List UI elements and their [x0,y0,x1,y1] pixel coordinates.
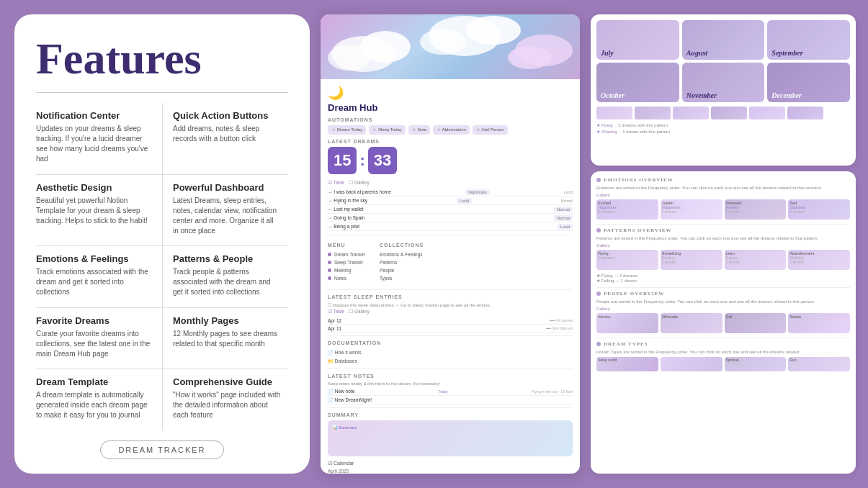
stat-row-1: ★ Flying 2 dreams with this pattern [596,122,850,127]
sleep-row-2: Apr 11 ⟵ Non data yet [328,325,573,333]
thumb-3 [673,107,709,119]
latest-dreams-label: LATEST DREAMS [328,139,573,144]
latest-notes-label: LATEST NOTES [328,374,573,379]
auto-btn-2[interactable]: ＋ Sleep Today [369,125,406,135]
nav-menu-right: COLLECTIONS Emotions & Feelings Patterns… [380,238,424,282]
em-1[interactable]: ExcitedHappiness2 dreams [596,199,658,220]
emotions-gallery: ExcitedHappiness2 dreams JupiterHappines… [596,199,850,220]
nav-menu-left: MENU Dream Tracker Sleep Tracker Meeting… [328,238,365,282]
pat-1[interactable]: Flying2 dreams [596,250,658,270]
svg-point-4 [466,16,521,45]
svg-point-2 [328,45,371,71]
sleep-entries-desc: ☐ Displays this week sleep entries → Go … [328,302,573,307]
svg-point-5 [420,29,466,55]
feature-patterns: Patterns & People Track people & pattern… [162,246,288,308]
per-1[interactable]: Adriana [596,313,658,333]
month-october[interactable]: October [596,63,679,102]
sep-analytics-3 [596,338,850,338]
people-section: PEOPLE OVERVIEW People are sorted in the… [596,291,850,333]
clock-separator: : [359,151,364,170]
sleep-row-1: Apr 12 ⟵ Fin games [328,317,573,325]
months-gallery [596,107,850,119]
dream-tracker-badge: DREAM TRACKER [100,440,223,459]
nav-notes[interactable]: Notes [328,274,365,282]
patterns-stats: ★ Flying — 2 dreams ★ Falling — 1 dream [596,273,850,283]
gallery-label-3: Gallery [596,307,850,311]
nav-dream-tracker[interactable]: Dream Tracker [328,250,365,258]
automations-label: AUTOMATIONS [328,117,573,122]
dt-1[interactable]: Setup world [596,357,658,371]
nav-sleep-tracker[interactable]: Sleep Tracker [328,258,365,266]
dream-row-2: → Flying in the sky Lucid Normal [328,196,573,205]
per-2[interactable]: Silhouette [661,313,722,333]
cal-header: ☑ Calendar [328,461,573,466]
nav-types[interactable]: Types [380,274,424,282]
note-row-1: 📄 New note Today Flying in the sky - 15 … [328,387,573,396]
separator-1 [328,235,573,235]
patterns-gallery: Flying2 dreams SomethingDestiny1 dream L… [596,250,850,270]
header-image [321,14,580,79]
dream-types-section: DREAM TYPES Dream Types are sorted in th… [596,341,850,371]
sep-analytics-2 [596,287,850,288]
month-september[interactable]: September [767,20,850,60]
card-footer: DREAM TRACKER [36,440,288,459]
automations-row: ＋ Dream Today ＋ Sleep Today ＋ Note ＋ Abb… [328,125,573,135]
dream-types-gallery: Setup world Spiritual Run [596,357,850,371]
pat-2[interactable]: SomethingDestiny1 dream [661,250,722,270]
feature-favorite-dreams: Favorite Dreams Curate your favorite dre… [36,308,162,370]
dt-4[interactable]: Run [788,357,850,371]
dream-types-title: DREAM TYPES [596,341,850,347]
nav-emotions[interactable]: Emotions & Feelings [380,250,424,258]
auto-btn-3[interactable]: ＋ Note [408,125,430,135]
dt-2[interactable] [661,357,722,371]
patterns-desc: Patterns are sorted in the Frequency ord… [596,236,850,240]
gallery-label-1: Gallery [596,193,850,197]
per-4[interactable]: Sophia [788,313,850,333]
doc-databases[interactable]: 📁 Databases [328,357,573,366]
em-2[interactable]: JupiterHappiness1 dream [661,199,722,220]
pat-4[interactable]: AbandonmentStability1 dream [788,250,850,270]
separator-5 [328,407,573,408]
dt-3[interactable]: Spiritual [725,357,787,371]
middle-card: 🌙 Dream Hub AUTOMATIONS ＋ Dream Today ＋ … [321,14,580,474]
auto-btn-5[interactable]: ＋ Add Person [473,125,508,135]
month-july[interactable]: July [596,20,679,60]
em-4[interactable]: SadSadness1 dream [788,199,850,220]
per-3[interactable]: Goli [725,313,787,333]
pat-3[interactable]: LeanHouse1 dream [725,250,787,270]
thumb-2 [635,107,671,119]
separator-2 [328,289,573,290]
features-card: Features Notification Center Updates on … [14,14,310,474]
nav-patterns[interactable]: Patterns [380,258,424,266]
patterns-title: PATTERNS OVERVIEW [596,227,850,233]
middle-content: 🌙 Dream Hub AUTOMATIONS ＋ Dream Today ＋ … [321,79,580,474]
calendar-mini: ☑ Calendar April 2025 S M T W T F S 1 2 … [328,461,573,474]
nav-meeting[interactable]: Meeting [328,266,365,274]
clock-display: 15 : 33 [328,147,573,174]
nav-dot-3 [328,268,331,272]
calendar-tab-calendar[interactable]: ☑ Calendar [328,461,354,466]
menu-sections: MENU Dream Tracker Sleep Tracker Meeting… [328,238,573,286]
dream-row-5: → Being a pilot Lucid [328,222,573,231]
summary-label: SUMMARY [328,412,573,417]
pat-stat-1: ★ Flying — 2 dreams [596,273,850,278]
auto-btn-4[interactable]: ＋ Abbreviation [433,125,470,135]
summary-inner: 📊 Summary [332,425,568,430]
month-august[interactable]: August [682,20,765,60]
thumb-6 [787,107,823,119]
em-3[interactable]: StressedAnxiety1 dream [725,199,787,220]
separator-4 [328,369,573,369]
auto-btn-1[interactable]: ＋ Dream Today [328,125,366,135]
feature-aesthetic: Aesthetic Design Beautiful yet powerful … [36,175,162,247]
features-title: Features [36,36,288,81]
separator-3 [328,335,573,336]
month-november[interactable]: November [682,63,765,102]
dream-hub-title: Dream Hub [328,102,573,113]
feature-dashboard: Powerful Dashboard Latest Dreams, sleep … [162,175,288,247]
people-desc: People are sorted in the Frequency order… [596,299,850,304]
month-december[interactable]: December [767,63,850,102]
nav-dot [328,253,331,256]
dream-row-1: → I was back at parents home Nightmare L… [328,188,573,196]
doc-how-it-works[interactable]: 📄 How it works [328,348,573,357]
nav-people[interactable]: People [380,266,424,274]
